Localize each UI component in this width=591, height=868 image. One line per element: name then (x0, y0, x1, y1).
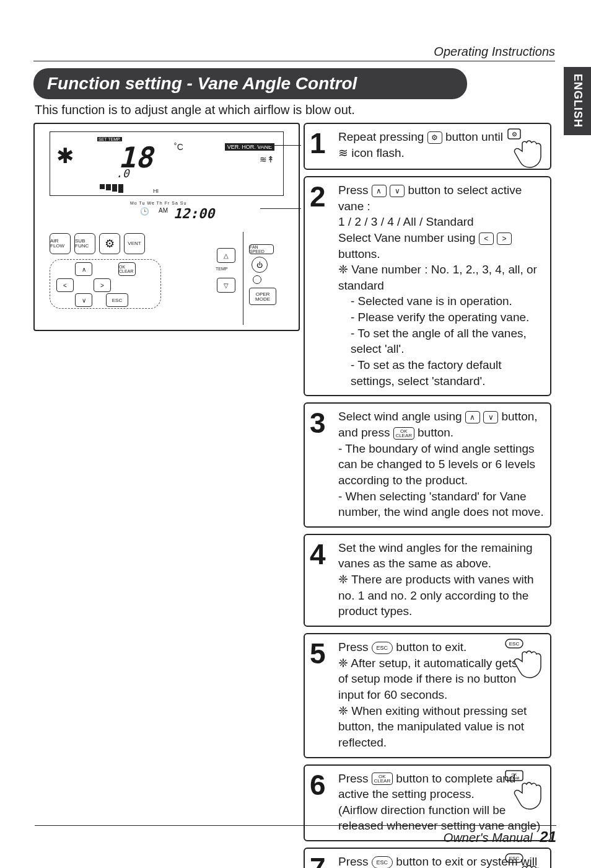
step-num: 1 (310, 124, 326, 162)
step-text: - Selected vane is in operation. (338, 293, 544, 309)
hand-press-icon: ESC (504, 851, 548, 868)
wave-icon: ≋ (338, 146, 348, 159)
step-3: 3 Select wind angle using ∧ ∨ button, an… (304, 402, 551, 527)
step-4: 4 Set the wind angles for the remaining … (304, 534, 551, 627)
remote-buttons: Mo Tu We Th Fr Sa Su 🕒 AM 12:00 AIR FLOW… (50, 201, 284, 322)
intro-text: This function is to adjust angle at whic… (35, 103, 355, 117)
time-value: 12:00 (173, 206, 214, 221)
steps-column: 1 Repeat pressing ⚙ button until ≋ icon … (304, 123, 551, 868)
step-text: - To set the angle of all the vanes, sel… (338, 326, 544, 357)
step-2: 2 Press ∧ ∨ button to select active vane… (304, 176, 551, 396)
nav-left[interactable]: < (56, 278, 74, 292)
step-5: 5 Press ESC button to exit.❈ After setup… (304, 633, 551, 758)
wave-icon: ≋↟ (260, 154, 274, 164)
lcd-screen: ✱ SET TEMP. 18 .0 ˚C VER. HOR. VANE ≋↟ H… (50, 131, 284, 196)
step-text: 1 / 2 / 3 / 4 / All / Standard (338, 214, 544, 230)
step-text: Press ESC button to exit. (338, 640, 466, 653)
days-row: Mo Tu We Th Fr Sa Su (130, 201, 186, 205)
vane-indicator: VER. HOR. VANE (225, 143, 274, 151)
step-text: ❈ Vane number : No. 1, 2., 3, 4, all, or… (338, 262, 544, 293)
step-1: 1 Repeat pressing ⚙ button until ≋ icon … (304, 123, 551, 170)
connector-1 (260, 145, 301, 146)
remote-illustration: ✱ SET TEMP. 18 .0 ˚C VER. HOR. VANE ≋↟ H… (33, 123, 300, 331)
step-text: button until (442, 130, 503, 143)
svg-text:ESC: ESC (509, 856, 520, 861)
footer-page: 21 (540, 828, 556, 845)
step-num: 2 (310, 177, 326, 216)
esc-icon: ESC (372, 856, 393, 868)
step-text: - The boundary of wind angle settings ca… (338, 441, 544, 489)
down-icon: ∨ (390, 185, 405, 197)
step-7: 7 Press ESC button to exit or system wil… (304, 848, 551, 868)
step-num: 7 (310, 849, 326, 868)
rule-bottom (35, 825, 556, 826)
up-icon: ∧ (465, 411, 480, 423)
temp-label: TEMP (216, 267, 227, 271)
footer: Owner's Manual 21 (444, 828, 556, 846)
settings-button[interactable]: ⚙ (99, 233, 120, 254)
am-label: AM (159, 207, 168, 214)
hand-press-icon: OKCLEAR (504, 768, 548, 812)
down-icon: ∨ (483, 411, 498, 423)
step-num: 3 (310, 404, 326, 442)
nav-right[interactable]: > (94, 278, 111, 292)
temp-down[interactable]: ▽ (217, 278, 235, 293)
step-text: ❈ When exiting without pressing set butt… (338, 703, 544, 751)
reset-hole[interactable] (253, 275, 261, 284)
mode-icon: ✱ (56, 143, 74, 168)
footer-label: Owner's Manual (444, 831, 533, 844)
step-text: - Please verify the operating vane. (338, 309, 544, 326)
top-button-row: AIR FLOW SUB FUNC ⚙ VENT (50, 233, 145, 254)
vent-button[interactable]: VENT (124, 233, 145, 254)
hand-press-icon: ⚙ (504, 126, 548, 170)
ok-icon: OK CLEAR (393, 427, 414, 440)
step-num: 6 (310, 766, 326, 804)
section-banner: Function setting - Vane Angle Control (33, 68, 467, 99)
step-text: Press OK CLEAR button to complete and ac… (338, 772, 515, 801)
degree-label: ˚C (174, 142, 183, 152)
nav-down[interactable]: ∨ (75, 293, 92, 307)
step-text: Set the wind angles for the remaining va… (338, 541, 533, 570)
left-icon: < (479, 232, 494, 245)
subfunc-button[interactable]: SUB FUNC (74, 233, 95, 254)
step-text: Select wind angle using ∧ ∨ button, and … (338, 410, 538, 439)
rule-top (33, 61, 555, 61)
svg-text:ESC: ESC (509, 641, 520, 647)
up-icon: ∧ (372, 185, 387, 197)
step-text: Press ∧ ∨ button to select active vane : (338, 184, 522, 213)
hand-press-icon: ESC (504, 637, 548, 680)
fan-bars (100, 184, 123, 193)
right-icon: > (497, 232, 512, 245)
step-text: ❈ There are products with vanes with no.… (338, 572, 544, 619)
step-num: 4 (310, 535, 326, 574)
ok-icon: OK CLEAR (372, 773, 393, 785)
fan-speed-btn[interactable]: FAN SPEED (249, 244, 274, 254)
right-controls: FAN SPEED △ TEMP ▽ ⏻ OPER MODE (213, 232, 284, 325)
step-num: 5 (310, 634, 326, 673)
airflow-button[interactable]: AIR FLOW (50, 233, 71, 254)
nav-esc[interactable]: ESC (106, 293, 128, 307)
connector-2 (260, 208, 301, 209)
step-text: - To set as the factory default settings… (338, 357, 544, 389)
clock-icon: 🕒 (140, 207, 149, 216)
fan-hi: HI (153, 188, 159, 194)
nav-up[interactable]: ∧ (75, 262, 92, 276)
step-text: Select Vane number using < > buttons. (338, 230, 544, 262)
nav-ok[interactable]: OK CLEAR (118, 262, 136, 276)
temp-display-decimal: .0 (116, 167, 129, 180)
step-text: Repeat pressing (338, 130, 427, 143)
step-text: icon flash. (348, 146, 405, 159)
step-text: - When selecting 'standard' for Vane num… (338, 489, 544, 520)
section-title: Function setting - Vane Angle Control (47, 74, 357, 94)
running-header: Operating Instructions (434, 45, 555, 59)
nav-cluster: ∧ OK CLEAR < > ∨ ESC (50, 259, 161, 309)
gear-icon: ⚙ (427, 131, 442, 144)
svg-text:⚙: ⚙ (512, 131, 517, 138)
power-btn[interactable]: ⏻ (252, 257, 268, 273)
temp-up[interactable]: △ (217, 248, 235, 263)
language-tab: ENGLISH (564, 67, 591, 135)
oper-mode-btn[interactable]: OPER MODE (249, 288, 276, 305)
esc-icon: ESC (372, 642, 393, 654)
svg-text:CLEAR: CLEAR (509, 776, 520, 780)
